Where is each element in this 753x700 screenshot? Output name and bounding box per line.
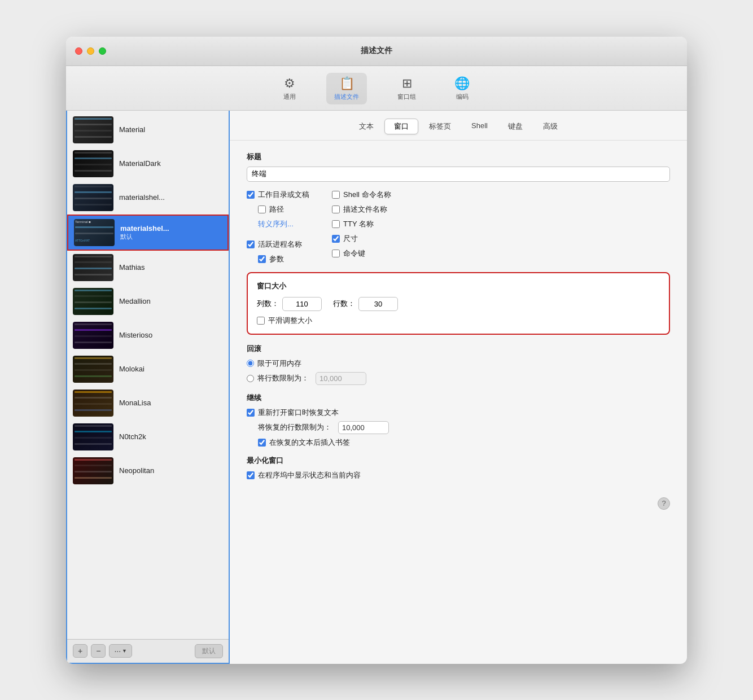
checkbox-show-status: 在程序坞中显示状态和当前内容 (247, 470, 670, 480)
checkbox-args-input[interactable] (258, 255, 266, 263)
cols-input[interactable] (282, 297, 322, 311)
restore-limit-input[interactable] (338, 421, 389, 434)
checkbox-workdir-label: 工作目录或文稿 (258, 190, 309, 200)
checkbox-path-input[interactable] (258, 205, 266, 213)
thumb-misterioso (73, 322, 113, 349)
right-panel: 文本 窗口 标签页 Shell 键盘 高级 标题 工作目录或文稿 (230, 111, 687, 664)
window-size-section: 窗口大小 列数： 行数： 平滑调整大小 (247, 272, 670, 335)
sidebar-item-material[interactable]: Material (67, 113, 229, 147)
item-info-material: Material (119, 125, 145, 134)
checkbox-smooth-resize-input[interactable] (257, 317, 265, 325)
sidebar-item-materialshel2[interactable]: Terminal ■ ATTGntYAT materialshel... 默认 (67, 215, 229, 251)
help-button[interactable]: ? (658, 497, 670, 510)
checkbox-profile-name-input[interactable] (332, 205, 340, 213)
tab-tabs[interactable]: 标签页 (419, 119, 461, 134)
item-info-materialshel2: materialshel... 默认 (120, 224, 169, 241)
toolbar-item-profiles[interactable]: 📋 描述文件 (326, 73, 367, 104)
sidebar-item-n0tch2k[interactable]: N0tch2k (67, 420, 229, 454)
sidebar-item-molokai[interactable]: Molokai (67, 352, 229, 386)
rows-input[interactable] (358, 297, 398, 311)
thumb-material (73, 116, 113, 143)
checkbox-shell-cmd-label: Shell 命令名称 (343, 190, 391, 200)
tab-window[interactable]: 窗口 (384, 119, 418, 134)
checkbox-insert-bookmark: 在恢复的文本后插入书签 (258, 438, 670, 448)
item-name-monalisa: MonaLisa (119, 399, 151, 407)
escape-sequences-link[interactable]: 转义序列... (258, 219, 309, 229)
radio-limit-memory-input[interactable] (247, 360, 254, 367)
radio-limit-rows-label: 将行数限制为： (257, 373, 309, 383)
checkbox-show-status-label: 在程序坞中显示状态和当前内容 (258, 470, 361, 480)
options-row: 工作目录或文稿 路径 转义序列... 活跃进程名称 (247, 190, 670, 264)
item-name-neopolitan: Neopolitan (119, 466, 154, 475)
title-section-label: 标题 (247, 152, 670, 162)
checkbox-cmd-key-input[interactable] (332, 250, 340, 257)
traffic-lights (75, 47, 106, 55)
item-info-medallion: Medallion (119, 297, 151, 305)
item-info-monalisa: MonaLisa (119, 399, 151, 407)
checkbox-active-process-input[interactable] (247, 240, 255, 248)
tab-advanced[interactable]: 高级 (533, 119, 567, 134)
gear-icon: ⚙ (284, 76, 295, 91)
title-input[interactable] (247, 167, 670, 182)
toolbar-item-encoding[interactable]: 🌐 编码 (446, 73, 478, 104)
toolbar-item-general[interactable]: ⚙ 通用 (275, 73, 304, 104)
checkbox-show-status-input[interactable] (247, 471, 255, 479)
remove-profile-button[interactable]: − (91, 644, 106, 658)
checkbox-smooth-resize: 平滑调整大小 (257, 316, 660, 326)
thumb-neopolitan (73, 457, 113, 484)
rows-label: 行数： (333, 299, 355, 309)
toolbar-label-encoding: 编码 (456, 93, 469, 101)
sidebar-item-misterioso[interactable]: Misterioso (67, 318, 229, 352)
item-name-material: Material (119, 125, 145, 134)
checkbox-restore-text-input[interactable] (247, 409, 255, 417)
toolbar-item-windowgroups[interactable]: ⊞ 窗口组 (389, 73, 424, 104)
item-name-medallion: Medallion (119, 297, 151, 305)
item-info-materialshel1: materialshel... (119, 193, 165, 202)
sidebar-item-medallion[interactable]: Medallion (67, 285, 229, 318)
checkbox-shell-cmd-input[interactable] (332, 191, 340, 199)
checkbox-workdir-input[interactable] (247, 191, 255, 199)
item-name-materialshel1: materialshel... (119, 193, 165, 202)
item-name-materialshel2: materialshel... (120, 224, 169, 233)
checkbox-dimensions: 尺寸 (332, 234, 391, 244)
main-content: Material MaterialDark (66, 111, 687, 664)
tab-text[interactable]: 文本 (349, 119, 383, 134)
checkbox-tty-label: TTY 名称 (343, 219, 374, 229)
item-name-materialdark: MaterialDark (119, 159, 161, 168)
cols-label: 列数： (257, 299, 279, 309)
sidebar-item-neopolitan[interactable]: Neopolitan (67, 454, 229, 488)
tab-shell[interactable]: Shell (462, 119, 497, 134)
maximize-button[interactable] (99, 47, 106, 55)
window-title: 描述文件 (361, 46, 392, 56)
checkbox-args-label: 参数 (269, 254, 284, 264)
checkbox-insert-bookmark-label: 在恢复的文本后插入书签 (269, 438, 350, 448)
checkbox-dimensions-input[interactable] (332, 235, 340, 243)
cols-field: 列数： (257, 297, 322, 311)
radio-limit-memory: 限于可用内存 (247, 358, 670, 369)
toolbar-label-profiles: 描述文件 (334, 93, 359, 101)
add-profile-button[interactable]: + (73, 644, 87, 658)
tab-keyboard[interactable]: 键盘 (498, 119, 532, 134)
sidebar-item-materialshel1[interactable]: materialshel... (67, 181, 229, 215)
scrollback-section: 回滚 限于可用内存 将行数限制为： (247, 344, 670, 385)
sidebar-item-monalisa[interactable]: MonaLisa (67, 386, 229, 420)
checkbox-shell-cmd: Shell 命令名称 (332, 190, 391, 200)
minimize-label: 最小化窗口 (247, 456, 670, 466)
help-area: ? (247, 492, 670, 510)
more-options-button[interactable]: ··· ▼ (109, 644, 132, 658)
scrollback-rows-input[interactable] (316, 372, 366, 385)
sidebar: Material MaterialDark (66, 111, 230, 664)
checkbox-restore-text: 重新打开窗口时恢复文本 (247, 408, 670, 418)
radio-limit-rows-input[interactable] (247, 375, 254, 382)
more-icon: ··· (114, 646, 121, 655)
sidebar-item-mathias[interactable]: Mathias (67, 251, 229, 285)
close-button[interactable] (75, 47, 82, 55)
checkbox-insert-bookmark-input[interactable] (258, 439, 266, 447)
minimize-button[interactable] (87, 47, 94, 55)
checkbox-tty-input[interactable] (332, 220, 340, 228)
chevron-down-icon: ▼ (122, 648, 127, 654)
restore-limit-label: 将恢复的行数限制为： (258, 422, 331, 432)
sidebar-item-materialdark[interactable]: MaterialDark (67, 147, 229, 181)
checkbox-profile-name: 描述文件名称 (332, 204, 391, 215)
default-button[interactable]: 默认 (195, 644, 223, 658)
